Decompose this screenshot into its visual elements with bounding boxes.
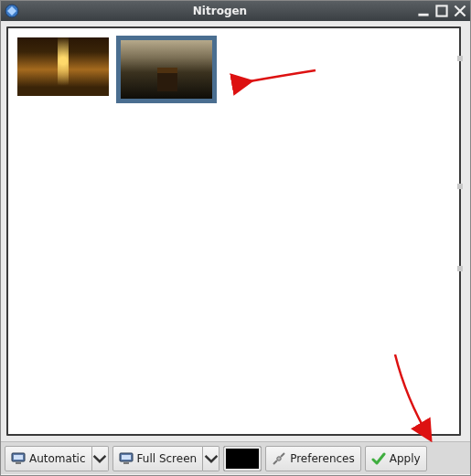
titlebar: Nitrogen xyxy=(1,1,470,21)
svg-rect-2 xyxy=(436,5,446,16)
wallpaper-thumb-autumn-path[interactable] xyxy=(16,36,111,103)
apply-label: Apply xyxy=(390,452,421,465)
annotation-arrow-bottom xyxy=(388,353,443,447)
svg-rect-5 xyxy=(16,462,21,464)
mode-button[interactable]: Automatic xyxy=(5,446,92,471)
mode-label: Automatic xyxy=(29,452,86,465)
maximize-button[interactable] xyxy=(435,5,448,17)
apply-button[interactable]: Apply xyxy=(365,446,427,471)
wallpaper-thumb-house-sunset[interactable] xyxy=(116,36,217,103)
display-icon xyxy=(11,451,26,466)
screen-dropdown[interactable] xyxy=(203,446,219,471)
background-color-button[interactable] xyxy=(223,446,262,471)
screen-selector: Full Screen xyxy=(112,446,220,471)
wallpaper-grid[interactable] xyxy=(6,26,461,436)
svg-rect-7 xyxy=(122,455,131,460)
app-icon xyxy=(5,4,19,18)
svg-rect-4 xyxy=(14,455,23,460)
toolbar: Automatic Full Screen Preferences xyxy=(1,441,470,474)
preferences-icon xyxy=(272,451,286,466)
mode-dropdown[interactable] xyxy=(92,446,109,471)
monitor-icon xyxy=(119,451,134,466)
svg-rect-1 xyxy=(418,14,428,16)
svg-point-9 xyxy=(277,456,281,460)
chevron-down-icon xyxy=(204,451,219,466)
screen-label: Full Screen xyxy=(137,452,198,465)
svg-rect-8 xyxy=(123,462,129,464)
window-controls xyxy=(417,5,466,17)
chevron-down-icon xyxy=(92,451,107,466)
screen-button[interactable]: Full Screen xyxy=(112,446,204,471)
minimize-button[interactable] xyxy=(417,5,430,17)
preferences-button[interactable]: Preferences xyxy=(265,446,361,471)
close-button[interactable] xyxy=(454,5,466,17)
mode-selector: Automatic xyxy=(5,446,109,471)
preferences-label: Preferences xyxy=(290,452,355,465)
check-icon xyxy=(371,451,386,466)
content-wrapper xyxy=(1,21,470,441)
window-title: Nitrogen xyxy=(23,5,417,17)
